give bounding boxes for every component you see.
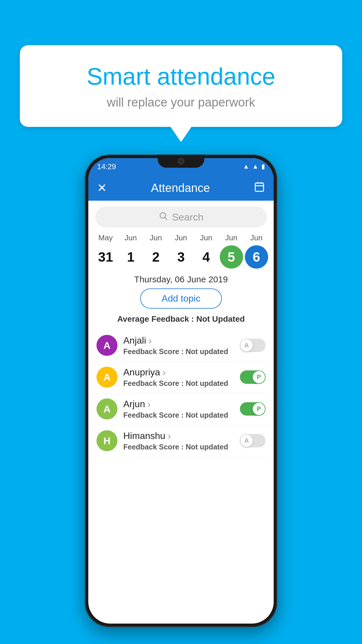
screen-content: Search May31Jun1Jun2Jun3Jun4Jun5Jun6 Thu…: [88, 201, 274, 624]
student-row[interactable]: HHimanshuFeedback Score : Not updatedA: [93, 425, 269, 457]
attendance-toggle[interactable]: P: [240, 370, 266, 384]
app-header: ✕ Attendance: [88, 175, 274, 201]
toggle-switch[interactable]: A: [240, 434, 266, 447]
svg-point-4: [160, 213, 166, 218]
date-item[interactable]: Jun4: [194, 233, 218, 269]
attendance-toggle[interactable]: A: [240, 339, 266, 352]
toggle-knob: P: [253, 403, 265, 415]
date-item[interactable]: Jun5: [220, 233, 243, 269]
student-feedback: Feedback Score : Not updated: [123, 443, 236, 451]
date-day: 4: [194, 245, 218, 269]
volume-up-button: [85, 245, 85, 277]
date-month: Jun: [225, 233, 238, 242]
date-item[interactable]: Jun3: [169, 233, 193, 269]
attendance-toggle[interactable]: A: [240, 434, 266, 447]
date-item[interactable]: Jun6: [245, 233, 268, 269]
student-row[interactable]: AAnupriyaFeedback Score : Not updatedP: [93, 361, 269, 393]
mute-button: [85, 219, 85, 239]
date-day: 1: [119, 245, 142, 269]
student-name: Anjali: [123, 335, 236, 346]
svg-rect-0: [255, 183, 264, 191]
avg-feedback: Average Feedback : Not Updated: [88, 314, 274, 324]
date-month: Jun: [150, 233, 162, 242]
date-item[interactable]: May31: [94, 233, 117, 269]
date-strip: May31Jun1Jun2Jun3Jun4Jun5Jun6: [88, 233, 274, 269]
date-month: Jun: [250, 233, 263, 242]
student-feedback: Feedback Score : Not updated: [123, 347, 236, 356]
phone-camera: [178, 158, 184, 164]
battery-icon: ▮: [261, 163, 265, 170]
date-month: Jun: [124, 233, 137, 242]
bubble-subtitle: will replace your paperwork: [43, 95, 319, 109]
wifi-icon: ▲: [243, 163, 249, 170]
student-info: ArjunFeedback Score : Not updated: [123, 398, 236, 419]
student-name: Anupriya: [123, 367, 236, 378]
search-placeholder: Search: [172, 211, 203, 223]
date-day: 5: [220, 245, 243, 269]
student-avatar: A: [96, 335, 117, 356]
search-bar[interactable]: Search: [95, 206, 267, 228]
selected-date-label: Thursday, 06 June 2019: [88, 274, 274, 284]
date-month: May: [99, 233, 113, 242]
date-day: 2: [144, 245, 168, 269]
toggle-switch[interactable]: A: [240, 339, 266, 352]
date-item[interactable]: Jun1: [119, 233, 142, 269]
toggle-switch[interactable]: P: [240, 402, 266, 416]
attendance-toggle[interactable]: P: [240, 402, 266, 416]
volume-down-button: [85, 283, 85, 315]
search-icon: [159, 211, 168, 223]
toggle-knob: A: [240, 339, 253, 351]
speech-bubble-container: Smart attendance will replace your paper…: [20, 45, 342, 127]
phone-notch: [158, 155, 204, 168]
header-title: Attendance: [151, 181, 210, 195]
student-feedback: Feedback Score : Not updated: [123, 411, 236, 419]
toggle-switch[interactable]: P: [240, 370, 266, 384]
signal-icon: ▲: [252, 163, 259, 170]
bubble-title: Smart attendance: [43, 63, 319, 90]
calendar-icon[interactable]: [254, 181, 265, 195]
phone-screen: 14:29 ▲ ▲ ▮ ✕ Attendance: [88, 158, 274, 624]
date-day: 31: [94, 245, 117, 269]
status-time: 14:29: [97, 162, 116, 171]
power-button: [277, 236, 277, 262]
close-button[interactable]: ✕: [97, 181, 107, 195]
student-name: Arjun: [123, 398, 236, 410]
student-info: AnjaliFeedback Score : Not updated: [123, 335, 236, 356]
student-info: AnupriyaFeedback Score : Not updated: [123, 367, 236, 388]
date-day: 3: [169, 245, 193, 269]
toggle-knob: A: [240, 435, 253, 447]
toggle-knob: P: [253, 371, 265, 383]
phone-frame: 14:29 ▲ ▲ ▮ ✕ Attendance: [85, 155, 277, 627]
date-day: 6: [245, 245, 268, 269]
student-avatar: H: [96, 430, 117, 451]
student-avatar: A: [96, 398, 117, 419]
phone-container: 14:29 ▲ ▲ ▮ ✕ Attendance: [85, 155, 277, 627]
add-topic-button[interactable]: Add topic: [140, 288, 222, 309]
date-month: Jun: [175, 233, 187, 242]
student-info: HimanshuFeedback Score : Not updated: [123, 430, 236, 451]
student-row[interactable]: AAnjaliFeedback Score : Not updatedA: [93, 330, 269, 361]
student-name: Himanshu: [123, 430, 236, 442]
status-icons: ▲ ▲ ▮: [243, 163, 265, 170]
speech-bubble: Smart attendance will replace your paper…: [20, 45, 342, 127]
date-month: Jun: [200, 233, 212, 242]
student-row[interactable]: AArjunFeedback Score : Not updatedP: [93, 393, 269, 425]
student-list: AAnjaliFeedback Score : Not updatedAAAnu…: [88, 330, 274, 457]
student-feedback: Feedback Score : Not updated: [123, 379, 236, 388]
svg-line-5: [165, 218, 167, 220]
student-avatar: A: [96, 367, 117, 388]
date-item[interactable]: Jun2: [144, 233, 168, 269]
